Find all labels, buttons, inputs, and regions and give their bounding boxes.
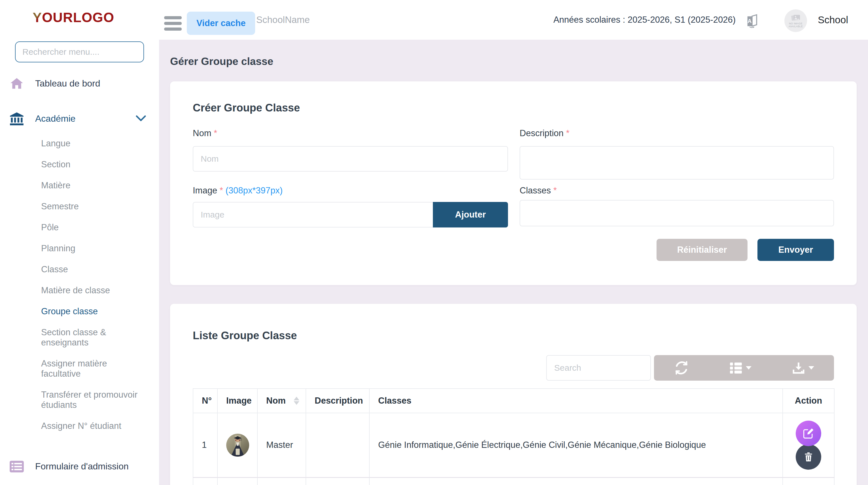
submit-button[interactable]: Envoyer (757, 239, 834, 261)
bank-icon (8, 112, 25, 126)
app-window: YOURLOGO Tableau de bord Académie Langue (0, 0, 868, 485)
table-toolbar (654, 355, 834, 381)
column-header-nom[interactable]: Nom (257, 389, 306, 413)
sidebar-nav: Tableau de bord Académie Langue Section … (0, 71, 159, 485)
logo-text: OURLOGO (42, 10, 114, 25)
svg-text:A: A (747, 18, 751, 24)
home-icon (8, 77, 25, 91)
topbar: Vider cache SchoolName Années scolaires … (159, 0, 868, 40)
sidebar: YOURLOGO Tableau de bord Académie Langue (0, 0, 159, 485)
submenu-item-assigner-numero-etudiant[interactable]: Assigner N° étudiant (0, 416, 157, 436)
group-class-table: N° Image Nom Description Classes Action … (193, 388, 835, 485)
cell-action (783, 413, 834, 477)
image-label: Image * (308px*397px) (193, 185, 283, 196)
translate-icon[interactable]: A (745, 14, 760, 29)
refresh-button[interactable] (674, 360, 689, 375)
submenu-item-semestre[interactable]: Semestre (0, 196, 157, 217)
required-asterisk: * (214, 128, 217, 138)
app-logo[interactable]: YOURLOGO (33, 10, 114, 25)
required-asterisk: * (566, 128, 569, 138)
school-name-label: SchoolName (256, 0, 310, 40)
submenu-item-matiere-de-classe[interactable]: Matière de classe (0, 280, 157, 301)
nom-label: Nom * (193, 128, 217, 139)
sidebar-item-label: Académie (35, 114, 126, 124)
submenu-item-section-classe-enseignants[interactable]: Section classe & enseignants (0, 322, 157, 353)
table-row-partial (193, 477, 834, 485)
table-header-row: N° Image Nom Description Classes Action (193, 389, 834, 413)
school-years-label: Années scolaires : 2025-2026, S1 (2025-2… (553, 0, 736, 40)
avatar-placeholder-text: NO IMAGEAVAILABLE (788, 22, 803, 28)
download-button[interactable] (792, 361, 814, 375)
nom-input[interactable] (193, 146, 508, 172)
sidebar-item-label: Formulaire d'admission (35, 461, 146, 472)
submenu-item-classe[interactable]: Classe (0, 259, 157, 280)
chevron-down-icon (808, 366, 814, 370)
submenu-item-assigner-matiere-facultative[interactable]: Assigner matière facultative (0, 353, 157, 384)
required-asterisk: * (220, 185, 223, 195)
column-header-classes[interactable]: Classes (369, 389, 783, 413)
list-card-title: Liste Groupe Classe (193, 330, 297, 342)
table-row: 1 Master Génie Informatique,Génie Électr… (193, 413, 834, 477)
column-header-num[interactable]: N° (193, 389, 217, 413)
required-asterisk: * (553, 185, 557, 195)
cell-num: 1 (193, 413, 217, 477)
sidebar-item-academy[interactable]: Académie (0, 106, 159, 131)
submenu-item-section[interactable]: Section (0, 154, 157, 175)
academy-submenu: Langue Section Matière Semestre Pôle Pla… (0, 133, 159, 436)
column-header-description[interactable]: Description (306, 389, 369, 413)
create-group-card: Créer Groupe Classe Nom * Description * … (170, 82, 857, 285)
submenu-item-planning[interactable]: Planning (0, 238, 157, 259)
cell-image (217, 413, 257, 477)
description-label: Description * (520, 128, 569, 139)
user-name-label: School (818, 0, 848, 40)
image-size-hint: (308px*397px) (226, 185, 283, 195)
classes-label: Classes * (520, 185, 557, 196)
chevron-down-icon (746, 366, 751, 370)
reset-button[interactable]: Réinitialiser (656, 239, 747, 261)
cell-description (306, 413, 369, 477)
submenu-item-transferer-promouvoir[interactable]: Transférer et promouvoir étudiants (0, 384, 157, 416)
hamburger-icon[interactable] (164, 16, 182, 30)
page-title: Gérer Groupe classe (170, 56, 273, 67)
add-image-button[interactable]: Ajouter (433, 202, 508, 228)
logo-y-mark: Y (33, 10, 42, 25)
user-avatar[interactable]: NO IMAGEAVAILABLE (784, 9, 807, 32)
submenu-item-matiere[interactable]: Matière (0, 175, 157, 196)
row-avatar (226, 432, 257, 459)
form-icon (8, 460, 25, 473)
submenu-item-groupe-classe[interactable]: Groupe classe (0, 301, 157, 322)
edit-button[interactable] (796, 421, 821, 446)
sidebar-item-dashboard[interactable]: Tableau de bord (0, 71, 159, 96)
classes-input[interactable] (520, 200, 834, 226)
cell-nom: Master (257, 413, 306, 477)
column-header-image[interactable]: Image (217, 389, 257, 413)
main-content: Gérer Groupe classe Créer Groupe Classe … (159, 40, 868, 485)
submenu-item-langue[interactable]: Langue (0, 133, 157, 154)
sort-icon[interactable] (294, 397, 299, 405)
description-input[interactable] (520, 146, 834, 180)
submenu-item-pole[interactable]: Pôle (0, 217, 157, 238)
chevron-down-icon (136, 115, 146, 123)
list-group-card: Liste Groupe Classe (170, 304, 857, 485)
table-search-input[interactable] (546, 355, 651, 381)
cell-classes: Génie Informatique,Génie Électrique,Géni… (369, 413, 783, 477)
menu-search-input[interactable] (15, 41, 144, 62)
sidebar-item-admission[interactable]: Formulaire d'admission (0, 454, 159, 479)
create-card-title: Créer Groupe Classe (193, 102, 300, 114)
delete-button[interactable] (796, 444, 821, 470)
column-header-action: Action (783, 389, 834, 413)
columns-button[interactable] (729, 361, 751, 375)
clear-cache-button[interactable]: Vider cache (187, 12, 255, 35)
sidebar-item-label: Tableau de bord (35, 79, 146, 89)
